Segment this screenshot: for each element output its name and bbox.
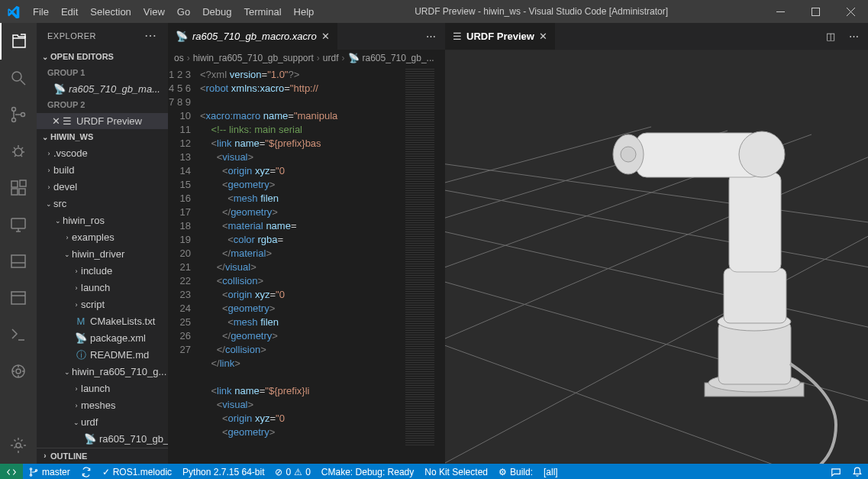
sync-button[interactable] xyxy=(76,464,97,479)
folder-ra605-support[interactable]: ⌄hiwin_ra605_710_g... xyxy=(37,364,168,380)
folder-meshes[interactable]: ›meshes xyxy=(37,397,168,414)
svg-rect-10 xyxy=(20,180,26,186)
file-package-xml[interactable]: 📡package.xml xyxy=(37,330,168,347)
title-bar: File Edit Selection View Go Debug Termin… xyxy=(0,0,868,23)
git-branch[interactable]: master xyxy=(23,464,76,479)
svg-rect-9 xyxy=(19,189,25,195)
close-button[interactable] xyxy=(833,0,868,23)
svg-point-16 xyxy=(16,443,21,448)
tab-urdf-preview[interactable]: ☰ URDF Preview ✕ xyxy=(445,23,555,50)
m-icon: M xyxy=(75,316,87,327)
problems-status[interactable]: ⊘ 0 ⚠ 0 xyxy=(269,464,315,479)
remote-indicator[interactable] xyxy=(0,464,23,479)
menu-go[interactable]: Go xyxy=(171,6,196,18)
folder-src[interactable]: ⌄src xyxy=(37,196,168,212)
folder-launch[interactable]: ›launch xyxy=(37,280,168,296)
folder-hiwin-driver[interactable]: ⌄hiwin_driver xyxy=(37,246,168,263)
folder-include[interactable]: ›include xyxy=(37,263,168,280)
editor-actions-icon[interactable]: ⋯ xyxy=(418,31,445,42)
svg-point-15 xyxy=(16,369,21,374)
preview-icon: ☰ xyxy=(61,115,73,127)
close-tab-icon[interactable]: ✕ xyxy=(321,31,330,42)
code-editor[interactable]: 1 2 3 4 5 6 7 8 9 10 11 12 13 14 15 16 1… xyxy=(168,66,445,464)
explorer-sidebar: EXPLORER⋯ ⌄OPEN EDITORS GROUP 1 📡ra605_7… xyxy=(37,23,168,464)
folder-examples[interactable]: ›examples xyxy=(37,229,168,246)
menu-edit[interactable]: Edit xyxy=(55,6,84,18)
menu-terminal[interactable]: Terminal xyxy=(237,6,287,18)
explorer-title: EXPLORER⋯ xyxy=(37,23,168,49)
svg-rect-0 xyxy=(776,11,785,12)
maximize-button[interactable] xyxy=(798,0,833,23)
tab-xacro-file[interactable]: 📡 ra605_710_gb_macro.xacro ✕ xyxy=(168,23,337,50)
open-editor-preview[interactable]: ✕☰URDF Preview xyxy=(37,113,168,129)
line-numbers: 1 2 3 4 5 6 7 8 9 10 11 12 13 14 15 16 1… xyxy=(168,66,200,464)
menu-debug[interactable]: Debug xyxy=(196,6,237,18)
ros-icon[interactable] xyxy=(0,353,37,390)
minimize-button[interactable] xyxy=(763,0,798,23)
layout-icon[interactable] xyxy=(0,280,37,316)
svg-point-37 xyxy=(621,147,636,162)
explorer-icon[interactable] xyxy=(0,23,37,60)
panel-icon[interactable] xyxy=(0,243,37,280)
svg-point-3 xyxy=(12,108,16,112)
rss-icon: 📡 xyxy=(84,433,96,445)
settings-icon[interactable] xyxy=(0,427,37,464)
open-editors-section[interactable]: ⌄OPEN EDITORS xyxy=(37,49,168,65)
folder-devel[interactable]: ›devel xyxy=(37,179,168,196)
menu-file[interactable]: File xyxy=(27,6,55,18)
folder-urdf[interactable]: ⌄urdf xyxy=(37,414,168,431)
more-icon[interactable]: ⋯ xyxy=(144,28,157,43)
workspace-section[interactable]: ⌄HIWIN_WS xyxy=(37,129,168,145)
more-actions-icon[interactable]: ⋯ xyxy=(849,31,860,42)
terminal-icon[interactable] xyxy=(0,316,37,353)
cmake-status[interactable]: CMake: Debug: Ready xyxy=(316,464,419,479)
group-2-label: GROUP 2 xyxy=(37,97,168,113)
menu-view[interactable]: View xyxy=(137,6,171,18)
bell-icon[interactable] xyxy=(847,464,868,479)
folder-launch2[interactable]: ›launch xyxy=(37,380,168,397)
extensions-icon[interactable] xyxy=(0,170,37,206)
group-1-label: GROUP 1 xyxy=(37,65,168,81)
feedback-icon[interactable] xyxy=(825,464,847,479)
file-ra605-gb[interactable]: 📡ra605_710_gb_... xyxy=(37,431,168,448)
source-control-icon[interactable] xyxy=(0,96,37,133)
svg-point-39 xyxy=(30,474,31,476)
ros-status[interactable]: ✓ ROS1.melodic xyxy=(97,464,177,479)
menu-help[interactable]: Help xyxy=(288,6,321,18)
svg-rect-1 xyxy=(812,8,819,15)
outline-section[interactable]: ›OUTLINE xyxy=(37,448,168,464)
svg-point-5 xyxy=(21,113,25,117)
svg-rect-8 xyxy=(11,189,18,195)
rss-icon: 📡 xyxy=(176,31,188,42)
preview-icon: ☰ xyxy=(453,31,462,42)
build-target[interactable]: [all] xyxy=(538,464,563,479)
folder-hiwin-ros[interactable]: ⌄hiwin_ros xyxy=(37,212,168,229)
remote-icon[interactable] xyxy=(0,206,37,243)
menu-selection[interactable]: Selection xyxy=(84,6,137,18)
file-cmakelists[interactable]: MCMakeLists.txt xyxy=(37,313,168,330)
svg-rect-7 xyxy=(11,181,18,187)
rss-icon: 📡 xyxy=(348,53,360,63)
python-status[interactable]: Python 2.7.15 64-bit xyxy=(177,464,269,479)
svg-point-35 xyxy=(739,131,785,177)
folder-script[interactable]: ›script xyxy=(37,296,168,313)
folder-build[interactable]: ›build xyxy=(37,162,168,179)
kit-status[interactable]: No Kit Selected xyxy=(419,464,493,479)
debug-icon[interactable] xyxy=(0,133,37,170)
urdf-preview-viewport[interactable] xyxy=(445,50,868,464)
close-tab-icon[interactable]: ✕ xyxy=(539,31,547,42)
svg-rect-12 xyxy=(11,255,25,267)
folder-vscode[interactable]: ›.vscode xyxy=(37,145,168,162)
file-readme[interactable]: ⓘREADME.md xyxy=(37,347,168,364)
minimap[interactable] xyxy=(405,68,434,445)
breadcrumbs[interactable]: os› hiwin_ra605_710_gb_support› urdf› 📡r… xyxy=(168,50,445,66)
split-editor-icon[interactable]: ◫ xyxy=(826,31,837,42)
vscode-logo-icon xyxy=(0,5,27,18)
search-icon[interactable] xyxy=(0,60,37,96)
build-button[interactable]: ⚙ Build: xyxy=(493,464,538,479)
info-icon: ⓘ xyxy=(75,348,87,362)
rss-icon: 📡 xyxy=(75,332,87,344)
open-editor-xacro[interactable]: 📡ra605_710_gb_ma... xyxy=(37,81,168,97)
code-content[interactable]: <?xml version="1.0"?> <robot xmlns:xacro… xyxy=(200,66,405,464)
rss-icon: 📡 xyxy=(53,83,66,95)
